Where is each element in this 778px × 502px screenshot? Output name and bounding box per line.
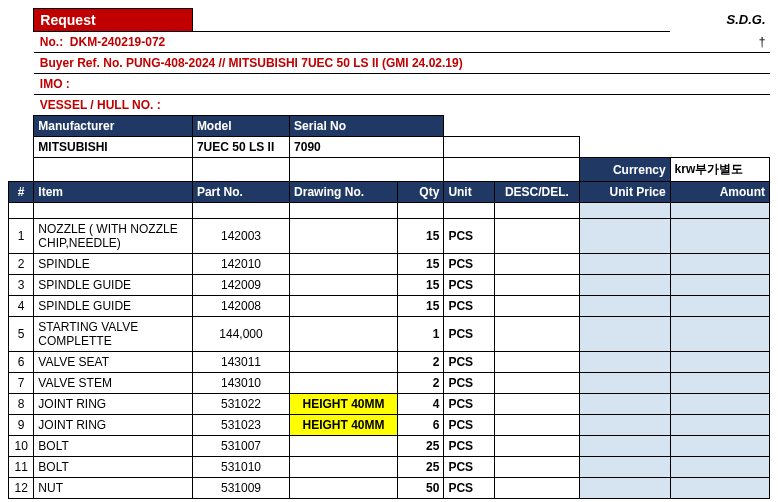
manufacturer-value: MITSUBISHI <box>34 137 193 158</box>
col-amount: Amount <box>670 182 769 203</box>
currency-label: Currency <box>579 158 670 182</box>
row-amount <box>670 219 769 254</box>
row-qty: 25 <box>397 457 444 478</box>
row-part: 531009 <box>192 478 289 499</box>
row-qty: 15 <box>397 254 444 275</box>
col-desc: DESC/DEL. <box>495 182 580 203</box>
row-unit: PCS <box>444 219 495 254</box>
row-item: NUT <box>34 478 193 499</box>
table-row: 9JOINT RING531023HEIGHT 40MM6PCS <box>9 415 770 436</box>
serial-value: 7090 <box>290 137 444 158</box>
table-row: 11BOLT53101025PCS <box>9 457 770 478</box>
row-drawing <box>290 275 398 296</box>
row-unit: PCS <box>444 296 495 317</box>
row-part: 143010 <box>192 373 289 394</box>
row-drawing <box>290 352 398 373</box>
row-number: 9 <box>9 415 34 436</box>
row-drawing <box>290 478 398 499</box>
row-desc <box>495 415 580 436</box>
row-amount <box>670 373 769 394</box>
row-number: 5 <box>9 317 34 352</box>
row-part: 142003 <box>192 219 289 254</box>
row-price <box>579 457 670 478</box>
row-price <box>579 373 670 394</box>
table-row: 8JOINT RING531022HEIGHT 40MM4PCS <box>9 394 770 415</box>
row-desc <box>495 254 580 275</box>
row-number: 2 <box>9 254 34 275</box>
row-amount <box>670 436 769 457</box>
row-amount <box>670 415 769 436</box>
row-price <box>579 219 670 254</box>
col-item: Item <box>34 182 193 203</box>
row-qty: 2 <box>397 352 444 373</box>
col-unit: Unit <box>444 182 495 203</box>
row-item: BOLT <box>34 457 193 478</box>
row-drawing <box>290 219 398 254</box>
row-part: 143011 <box>192 352 289 373</box>
row-unit: PCS <box>444 394 495 415</box>
row-amount <box>670 275 769 296</box>
imo-label: IMO : <box>34 74 770 95</box>
table-row: 5STARTING VALVE COMPLETTE144,0001PCS <box>9 317 770 352</box>
row-qty: 6 <box>397 415 444 436</box>
row-part: 531007 <box>192 436 289 457</box>
row-price <box>579 436 670 457</box>
table-row: 6VALVE SEAT1430112PCS <box>9 352 770 373</box>
row-drawing: HEIGHT 40MM <box>290 415 398 436</box>
col-price: Unit Price <box>579 182 670 203</box>
row-qty: 25 <box>397 436 444 457</box>
manufacturer-header: Manufacturer <box>34 116 193 137</box>
row-unit: PCS <box>444 317 495 352</box>
row-amount <box>670 457 769 478</box>
spacer-row <box>9 203 770 219</box>
row-price <box>579 394 670 415</box>
row-item: STARTING VALVE COMPLETTE <box>34 317 193 352</box>
row-part: 531010 <box>192 457 289 478</box>
row-desc <box>495 317 580 352</box>
row-unit: PCS <box>444 436 495 457</box>
row-item: SPINDLE <box>34 254 193 275</box>
col-part: Part No. <box>192 182 289 203</box>
row-number: 10 <box>9 436 34 457</box>
col-drawing: Drawing No. <box>290 182 398 203</box>
no-value: DKM-240219-072 <box>70 35 165 49</box>
row-qty: 4 <box>397 394 444 415</box>
row-part: 531022 <box>192 394 289 415</box>
row-number: 8 <box>9 394 34 415</box>
row-number: 11 <box>9 457 34 478</box>
row-drawing <box>290 457 398 478</box>
row-unit: PCS <box>444 352 495 373</box>
row-number: 3 <box>9 275 34 296</box>
row-desc <box>495 219 580 254</box>
serial-header: Serial No <box>290 116 444 137</box>
sdg-label: S.D.G. <box>726 12 765 27</box>
row-qty: 15 <box>397 219 444 254</box>
column-header-row: # Item Part No. Drawing No. Qty Unit DES… <box>9 182 770 203</box>
col-qty: Qty <box>397 182 444 203</box>
row-number: 12 <box>9 478 34 499</box>
row-unit: PCS <box>444 478 495 499</box>
table-row: 12NUT53100950PCS <box>9 478 770 499</box>
table-row: 4SPINDLE GUIDE14200815PCS <box>9 296 770 317</box>
row-desc <box>495 457 580 478</box>
row-qty: 15 <box>397 296 444 317</box>
row-part: 144,000 <box>192 317 289 352</box>
row-qty: 15 <box>397 275 444 296</box>
table-row: 7VALVE STEM1430102PCS <box>9 373 770 394</box>
model-header: Model <box>192 116 289 137</box>
table-row: 2SPINDLE14201015PCS <box>9 254 770 275</box>
row-item: SPINDLE GUIDE <box>34 296 193 317</box>
row-number: 1 <box>9 219 34 254</box>
row-desc <box>495 352 580 373</box>
row-unit: PCS <box>444 275 495 296</box>
row-number: 6 <box>9 352 34 373</box>
col-hash: # <box>9 182 34 203</box>
row-desc <box>495 296 580 317</box>
row-amount <box>670 254 769 275</box>
vessel-label: VESSEL / HULL NO. : <box>34 95 770 116</box>
document-table: Request S.D.G. No.: DKM-240219-072 † Buy… <box>8 8 770 499</box>
row-desc <box>495 373 580 394</box>
model-value: 7UEC 50 LS II <box>192 137 289 158</box>
row-qty: 50 <box>397 478 444 499</box>
row-item: VALVE SEAT <box>34 352 193 373</box>
